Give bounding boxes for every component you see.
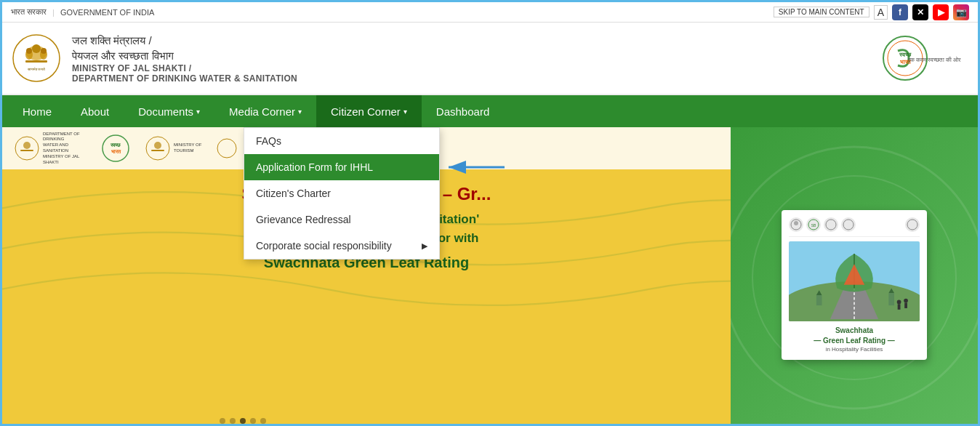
header-left: सत्यमेव जयते जल शक्ति मंत्रालय / पेयजल औ… [11, 33, 297, 84]
swachh-bharat-small: स्वच्छ भारत [101, 134, 130, 163]
leaf-card-header: SB [789, 217, 920, 237]
svg-point-2 [32, 44, 41, 53]
dropdown-item-ihhl[interactable]: Application Form for IHHL [244, 154, 439, 180]
dot-5[interactable] [260, 418, 266, 424]
font-size-icon[interactable]: A [874, 5, 888, 20]
svg-point-7 [26, 48, 32, 54]
dropdown-item-charter[interactable]: Citizen's Charter [244, 180, 439, 206]
green-leaf-card: SB [782, 210, 927, 360]
separator: | [52, 8, 55, 17]
dot-2[interactable] [230, 418, 236, 424]
swachh-bharat-logo: स्वच्छ भारत एक कदम स्वच्छता की ओर [876, 33, 963, 84]
svg-text:एक कदम स्वच्छता की ओर: एक कदम स्वच्छता की ओर [907, 56, 962, 63]
ihhl-arrow-annotation [443, 156, 508, 178]
nav-dashboard[interactable]: Dashboard [422, 95, 504, 127]
leaf-card-title: Swachhata — Green Leaf Rating — [789, 326, 920, 346]
nav-about[interactable]: About [66, 95, 124, 127]
svg-point-29 [794, 221, 798, 225]
dropdown-item-csr[interactable]: Corporate social responsibility ▶ [244, 233, 439, 259]
ddws-label-line2: WATER AND SANITATION [43, 142, 87, 154]
ministry-hindi-line2: पेयजल और स्वच्छता विभाग [72, 48, 297, 63]
instagram-icon[interactable]: 📷 [953, 4, 969, 20]
swachh-bharat-banner-logo: स्वच्छ भारत [101, 134, 130, 163]
svg-point-17 [23, 142, 31, 149]
svg-rect-43 [898, 304, 901, 310]
card-logo-2: SB [806, 217, 821, 232]
dropdown-item-faqs[interactable]: FAQs [244, 128, 439, 154]
nav-citizen-corner[interactable]: Citizen Corner ▾ FAQs Application Form f… [316, 95, 422, 127]
svg-text:SB: SB [811, 223, 816, 228]
card-logo-5 [905, 217, 920, 232]
tourism-logo: MINISTRY OF TOURISM [145, 135, 201, 161]
leaf-card-logos: SB [789, 217, 856, 232]
top-bar: भारत सरकार | GOVERNMENT OF INDIA SKIP TO… [2, 2, 978, 23]
ddws-label-line3: MINISTRY OF JAL SHAKTI [43, 154, 87, 166]
svg-text:सत्यमेव जयते: सत्यमेव जयते [27, 67, 45, 71]
nav-media-corner[interactable]: Media Corner ▾ [214, 95, 316, 127]
extra-emblem [216, 135, 238, 161]
org-english: GOVERNMENT OF INDIA [60, 8, 154, 17]
dropdown-item-grievance[interactable]: Grievance Redressal [244, 206, 439, 233]
tourism-label: MINISTRY OF [174, 142, 201, 148]
card-logo-4 [841, 217, 856, 232]
header-right: स्वच्छ भारत एक कदम स्वच्छता की ओर [876, 33, 963, 84]
extra-logo [216, 135, 238, 161]
youtube-icon[interactable]: ▶ [933, 4, 949, 20]
ddws-emblem [14, 135, 40, 161]
svg-rect-3 [25, 60, 47, 63]
ministry-hindi-line1: जल शक्ति मंत्रालय / [72, 33, 297, 48]
svg-point-8 [41, 48, 47, 54]
svg-point-23 [154, 142, 161, 149]
svg-text:स्वच्छ: स्वच्छ [110, 142, 121, 148]
org-hindi: भारत सरकार [11, 7, 47, 17]
leaf-card-illustration [789, 241, 920, 321]
svg-point-42 [897, 300, 901, 305]
svg-point-33 [843, 220, 854, 230]
documents-dropdown-arrow: ▾ [196, 108, 200, 116]
ddws-label-line1: DEPARTMENT OF DRINKING [43, 132, 87, 143]
tourism-label2: TOURISM [174, 148, 201, 154]
twitter-icon[interactable]: ✕ [912, 4, 928, 20]
ddws-logo: DEPARTMENT OF DRINKING WATER AND SANITAT… [14, 132, 87, 166]
dot-1[interactable] [220, 418, 225, 424]
pagination-dots [2, 414, 483, 426]
svg-point-25 [217, 139, 236, 158]
citizen-corner-dropdown: FAQs Application Form for IHHL Citizen's… [244, 127, 440, 260]
dot-4[interactable] [250, 418, 256, 424]
national-emblem: सत्यमेव जयते [11, 33, 62, 84]
top-bar-left: भारत सरकार | GOVERNMENT OF INDIA [11, 7, 154, 17]
tourism-emblem [145, 135, 171, 161]
svg-point-32 [826, 220, 836, 230]
facebook-icon[interactable]: f [892, 4, 908, 20]
nav-documents[interactable]: Documents ▾ [124, 95, 214, 127]
dot-3[interactable] [240, 418, 246, 424]
svg-rect-45 [904, 302, 907, 308]
ministry-english-line1: MINISTRY OF JAL SHAKTI / [72, 63, 297, 73]
svg-point-19 [103, 135, 129, 161]
svg-rect-24 [151, 150, 164, 151]
card-logo-1 [789, 217, 803, 232]
media-corner-dropdown-arrow: ▾ [298, 108, 302, 116]
skip-to-content-link[interactable]: SKIP TO MAIN CONTENT [774, 7, 869, 17]
leaf-card-subtitle: in Hospitality Facilities [789, 346, 920, 353]
svg-rect-38 [816, 295, 822, 305]
top-bar-right: SKIP TO MAIN CONTENT A f ✕ ▶ 📷 [774, 4, 969, 20]
card-logo-3 [824, 217, 838, 232]
ministry-text: जल शक्ति मंत्रालय / पेयजल और स्वच्छता वि… [72, 33, 297, 84]
svg-point-34 [907, 220, 917, 230]
svg-point-44 [904, 299, 908, 303]
ministry-english-line2: DEPARTMENT OF DRINKING WATER & SANITATIO… [72, 73, 297, 84]
csr-submenu-arrow: ▶ [422, 241, 427, 251]
svg-rect-40 [888, 293, 894, 305]
header: सत्यमेव जयते जल शक्ति मंत्रालय / पेयजल औ… [2, 23, 978, 95]
citizen-corner-dropdown-arrow: ▾ [403, 108, 407, 116]
svg-text:भारत: भारत [111, 149, 121, 154]
navigation: Home About Documents ▾ Media Corner ▾ Ci… [2, 95, 978, 127]
banner-right-section: SB [731, 127, 978, 426]
leaf-illustration-svg [789, 241, 920, 321]
nav-home[interactable]: Home [8, 95, 66, 127]
svg-rect-18 [20, 150, 33, 151]
